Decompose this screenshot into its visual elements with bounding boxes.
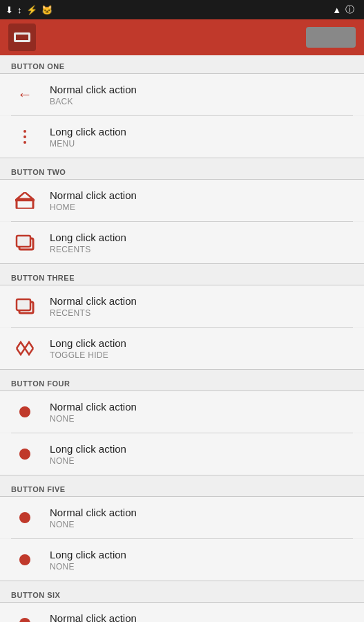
icon-container-btn1-normal: ← bbox=[11, 81, 39, 109]
text-btn3-normal: Normal click action RECENTS bbox=[50, 295, 137, 318]
list-item-btn4-normal[interactable]: Normal click action NONE bbox=[0, 391, 364, 433]
usb-icon: ⚡ bbox=[26, 5, 37, 15]
subtitle-btn3-long: TOGGLE HIDE bbox=[50, 350, 126, 360]
list-item-btn3-normal[interactable]: Normal click action RECENTS bbox=[0, 285, 364, 327]
title-btn1-long: Long click action bbox=[50, 126, 126, 138]
home-icon bbox=[15, 192, 35, 209]
recents-icon bbox=[15, 298, 35, 314]
recents-icon bbox=[15, 234, 35, 251]
list-item-btn6-normal[interactable]: Normal click action NONE bbox=[0, 603, 364, 622]
text-btn3-long: Long click action TOGGLE HIDE bbox=[50, 337, 126, 360]
section-header-button-two: BUTTON TWO bbox=[0, 161, 364, 179]
list-item-btn2-long[interactable]: Long click action RECENTS bbox=[0, 222, 364, 263]
title-btn1-normal: Normal click action bbox=[50, 84, 137, 95]
icon-container-btn2-long bbox=[11, 229, 39, 256]
subtitle-btn1-long: MENU bbox=[50, 139, 126, 149]
icon-container-btn3-long bbox=[11, 334, 39, 362]
circle-icon bbox=[19, 618, 30, 622]
logo-icon bbox=[14, 32, 30, 42]
section-header-button-one: BUTTON ONE bbox=[0, 55, 364, 73]
list-item-btn4-long[interactable]: Long click action NONE bbox=[0, 433, 364, 475]
title-btn6-normal: Normal click action bbox=[50, 612, 137, 623]
icon-container-btn5-long bbox=[11, 546, 39, 574]
circle-icon bbox=[19, 449, 30, 460]
back-icon: ← bbox=[17, 86, 32, 104]
menu-icon bbox=[23, 130, 26, 144]
icon-container-btn2-normal bbox=[11, 187, 39, 214]
download-icon: ⬇ bbox=[6, 5, 13, 15]
toggle-switch[interactable] bbox=[306, 27, 356, 48]
title-btn5-normal: Normal click action bbox=[50, 507, 137, 518]
title-btn2-long: Long click action bbox=[50, 232, 126, 243]
circle-icon bbox=[19, 554, 30, 565]
text-btn5-long: Long click action NONE bbox=[50, 549, 126, 572]
title-btn4-long: Long click action bbox=[50, 443, 126, 455]
circle-icon bbox=[19, 512, 30, 523]
subtitle-btn4-long: NONE bbox=[50, 456, 126, 466]
subtitle-btn2-normal: HOME bbox=[50, 202, 137, 212]
text-btn4-long: Long click action NONE bbox=[50, 443, 126, 466]
subtitle-btn2-long: RECENTS bbox=[50, 245, 126, 254]
text-btn4-normal: Normal click action NONE bbox=[50, 401, 137, 424]
list-item-btn5-normal[interactable]: Normal click action NONE bbox=[0, 497, 364, 538]
text-btn6-normal: Normal click action NONE bbox=[50, 612, 137, 623]
subtitle-btn4-normal: NONE bbox=[50, 414, 137, 424]
circle-icon bbox=[19, 406, 30, 417]
list-item-btn2-normal[interactable]: Normal click action HOME bbox=[0, 180, 364, 221]
app-logo bbox=[8, 23, 36, 51]
text-btn1-normal: Normal click action BACK bbox=[50, 84, 137, 106]
cat-icon: 🐱 bbox=[41, 5, 52, 15]
section-header-button-three: BUTTON THREE bbox=[0, 267, 364, 285]
icon-container-btn5-normal bbox=[11, 504, 39, 531]
list-item-btn1-long[interactable]: Long click action MENU bbox=[0, 116, 364, 158]
title-btn3-long: Long click action bbox=[50, 337, 126, 349]
text-btn2-long: Long click action RECENTS bbox=[50, 232, 126, 254]
list-item-btn5-long[interactable]: Long click action NONE bbox=[0, 539, 364, 581]
list-item-btn1-normal[interactable]: ← Normal click action BACK bbox=[0, 74, 364, 115]
icon-container-btn3-normal bbox=[11, 292, 39, 320]
title-btn2-normal: Normal click action bbox=[50, 189, 137, 201]
text-btn5-normal: Normal click action NONE bbox=[50, 507, 137, 529]
status-bar: ⬇ ↕ ⚡ 🐱 ▲ ⓘ bbox=[0, 0, 364, 19]
subtitle-btn3-normal: RECENTS bbox=[50, 308, 137, 318]
title-btn3-normal: Normal click action bbox=[50, 295, 137, 307]
section-header-button-five: BUTTON FIVE bbox=[0, 478, 364, 496]
toolbar bbox=[0, 19, 364, 55]
icon-container-btn6-normal bbox=[11, 610, 39, 622]
status-bar-left: ⬇ ↕ ⚡ 🐱 bbox=[6, 5, 52, 15]
icon-container-btn1-long bbox=[11, 123, 39, 151]
unknown-icon: ↕ bbox=[17, 5, 22, 15]
text-btn2-normal: Normal click action HOME bbox=[50, 189, 137, 212]
svg-rect-5 bbox=[17, 299, 30, 310]
section-header-button-four: BUTTON FOUR bbox=[0, 373, 364, 390]
svg-rect-3 bbox=[17, 236, 30, 247]
info-icon: ⓘ bbox=[345, 3, 354, 16]
subtitle-btn1-normal: BACK bbox=[50, 97, 137, 106]
icon-container-btn4-normal bbox=[11, 398, 39, 426]
wifi-icon: ▲ bbox=[332, 5, 341, 15]
title-btn4-normal: Normal click action bbox=[50, 401, 137, 413]
toggle-container[interactable] bbox=[306, 27, 356, 48]
toggle-hide-icon bbox=[15, 341, 35, 356]
text-btn1-long: Long click action MENU bbox=[50, 126, 126, 149]
status-bar-right: ▲ ⓘ bbox=[332, 3, 358, 16]
icon-container-btn4-long bbox=[11, 440, 39, 468]
section-header-button-six: BUTTON SIX bbox=[0, 584, 364, 602]
content: BUTTON ONE ← Normal click action BACK Lo… bbox=[0, 55, 364, 622]
list-item-btn3-long[interactable]: Long click action TOGGLE HIDE bbox=[0, 328, 364, 369]
subtitle-btn5-normal: NONE bbox=[50, 520, 137, 529]
subtitle-btn5-long: NONE bbox=[50, 562, 126, 572]
title-btn5-long: Long click action bbox=[50, 549, 126, 560]
